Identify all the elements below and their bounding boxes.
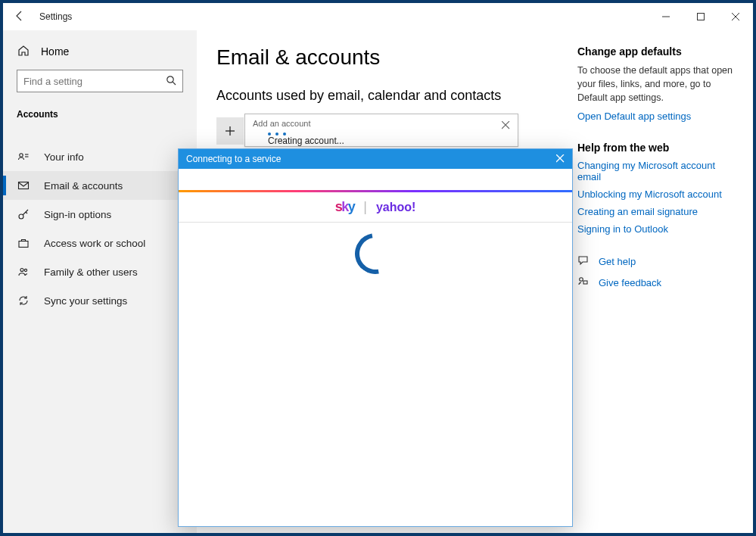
help-link[interactable]: Signing in to Outlook bbox=[577, 223, 735, 235]
search-icon bbox=[166, 75, 176, 88]
mail-icon bbox=[17, 179, 30, 192]
section-heading: Accounts used by email, calendar and con… bbox=[216, 88, 570, 104]
svg-point-14 bbox=[20, 269, 23, 272]
sidebar-item-sign-in-options[interactable]: Sign-in options bbox=[3, 200, 197, 229]
open-default-apps-link[interactable]: Open Default app settings bbox=[577, 111, 735, 122]
help-from-web-heading: Help from the web bbox=[577, 142, 735, 154]
svg-line-12 bbox=[26, 212, 27, 213]
feedback-icon bbox=[577, 276, 590, 289]
svg-line-11 bbox=[23, 210, 28, 215]
sidebar-item-label: Your info bbox=[44, 151, 84, 163]
sidebar-item-access-work-school[interactable]: Access work or school bbox=[3, 229, 197, 257]
sidebar-section-label: Accounts bbox=[3, 101, 197, 129]
sidebar-item-email-accounts[interactable]: Email & accounts bbox=[3, 171, 197, 200]
sidebar-item-family-other-users[interactable]: Family & other users bbox=[3, 257, 197, 286]
page-title: Email & accounts bbox=[216, 45, 570, 70]
change-defaults-heading: Change app defaults bbox=[577, 45, 735, 58]
window-title: Settings bbox=[36, 11, 72, 22]
plus-icon bbox=[216, 117, 244, 145]
chat-icon bbox=[577, 254, 590, 268]
sidebar-item-label: Sign-in options bbox=[44, 209, 111, 220]
dialog-close-button[interactable] bbox=[556, 154, 565, 165]
people-icon bbox=[17, 265, 30, 279]
dialog-titlebar: Connecting to a service bbox=[179, 149, 572, 169]
sync-icon bbox=[17, 294, 30, 307]
briefcase-icon bbox=[17, 236, 30, 250]
change-defaults-description: To choose the default apps that open you… bbox=[577, 64, 735, 104]
titlebar: Settings bbox=[3, 3, 753, 30]
help-link[interactable]: Changing my Microsoft account email bbox=[577, 160, 735, 182]
back-button[interactable] bbox=[3, 11, 36, 23]
home-label: Home bbox=[41, 45, 69, 58]
sidebar-item-label: Sync your settings bbox=[44, 295, 127, 307]
close-button[interactable] bbox=[718, 5, 753, 28]
brand-row: sky | yahoo! bbox=[179, 192, 572, 223]
sidebar-item-label: Access work or school bbox=[44, 238, 145, 249]
yahoo-logo: yahoo! bbox=[376, 201, 415, 214]
help-link[interactable]: Unblocking my Microsoft account bbox=[577, 189, 735, 200]
search-input[interactable] bbox=[23, 76, 166, 87]
give-feedback-label: Give feedback bbox=[599, 277, 661, 288]
svg-line-5 bbox=[173, 82, 176, 85]
home-button[interactable]: Home bbox=[3, 38, 197, 65]
svg-rect-19 bbox=[583, 281, 587, 284]
svg-point-4 bbox=[167, 76, 173, 82]
popup-close-button[interactable] bbox=[502, 120, 510, 132]
connecting-dialog: Connecting to a service sky | yahoo! bbox=[178, 148, 573, 527]
svg-point-6 bbox=[20, 154, 23, 157]
sidebar-nav: Your info Email & accounts Sign-in optio… bbox=[3, 129, 197, 315]
aside-panel: Change app defaults To choose the defaul… bbox=[570, 45, 735, 533]
sky-logo: sky bbox=[335, 199, 355, 215]
home-icon bbox=[17, 45, 30, 59]
maximize-button[interactable] bbox=[683, 5, 718, 28]
add-account-popup: Add an account Creating account... bbox=[244, 114, 518, 147]
loading-spinner-icon bbox=[347, 225, 403, 282]
svg-rect-13 bbox=[19, 242, 28, 248]
popup-status-message: Creating account... bbox=[268, 136, 510, 146]
key-icon bbox=[17, 207, 30, 221]
search-box[interactable] bbox=[17, 70, 183, 92]
dialog-title: Connecting to a service bbox=[186, 154, 281, 164]
brand-separator: | bbox=[363, 199, 367, 215]
get-help-label: Get help bbox=[599, 256, 636, 267]
svg-point-18 bbox=[580, 278, 583, 282]
sidebar-item-label: Email & accounts bbox=[44, 180, 123, 192]
minimize-button[interactable] bbox=[649, 5, 683, 28]
sidebar-item-your-info[interactable]: Your info bbox=[3, 142, 197, 171]
sidebar-item-label: Family & other users bbox=[44, 266, 138, 278]
person-card-icon bbox=[17, 150, 30, 164]
sidebar: Home Accounts Your info Emai bbox=[3, 30, 197, 533]
help-link[interactable]: Creating an email signature bbox=[577, 206, 735, 217]
sidebar-item-sync-settings[interactable]: Sync your settings bbox=[3, 286, 197, 315]
svg-rect-1 bbox=[698, 14, 705, 20]
get-help-link[interactable]: Get help bbox=[577, 254, 735, 268]
popup-title: Add an account bbox=[253, 119, 510, 128]
give-feedback-link[interactable]: Give feedback bbox=[577, 276, 735, 289]
svg-point-15 bbox=[24, 269, 26, 271]
